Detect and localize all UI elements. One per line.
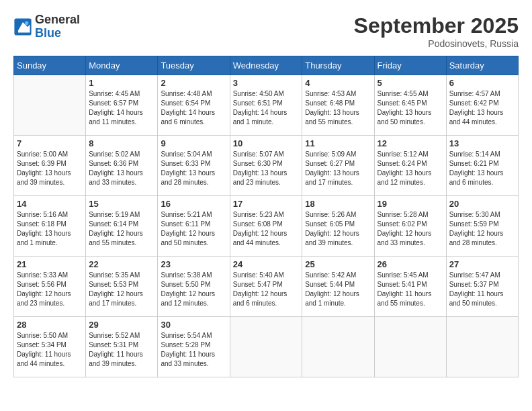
calendar-cell: 14Sunrise: 5:16 AM Sunset: 6:18 PM Dayli… xyxy=(14,196,86,257)
cell-info: Sunrise: 5:28 AM Sunset: 6:02 PM Dayligh… xyxy=(378,210,443,248)
cell-info: Sunrise: 5:42 AM Sunset: 5:44 PM Dayligh… xyxy=(305,271,371,308)
weekday-header-sunday: Sunday xyxy=(14,56,86,75)
cell-info: Sunrise: 5:52 AM Sunset: 5:31 PM Dayligh… xyxy=(89,331,154,369)
weekday-header-saturday: Saturday xyxy=(446,56,518,75)
calendar-cell: 9Sunrise: 5:04 AM Sunset: 6:33 PM Daylig… xyxy=(158,136,230,196)
cell-info: Sunrise: 5:14 AM Sunset: 6:21 PM Dayligh… xyxy=(449,150,515,187)
day-number: 4 xyxy=(305,78,371,88)
logo: General Blue xyxy=(13,13,80,40)
cell-info: Sunrise: 5:30 AM Sunset: 5:59 PM Dayligh… xyxy=(449,210,515,248)
day-number: 21 xyxy=(17,259,83,269)
calendar-cell xyxy=(374,317,446,377)
calendar-table: SundayMondayTuesdayWednesdayThursdayFrid… xyxy=(13,56,519,377)
page-header: General Blue September 2025 Podosinovets… xyxy=(13,13,519,49)
cell-info: Sunrise: 5:12 AM Sunset: 6:24 PM Dayligh… xyxy=(378,150,443,187)
cell-info: Sunrise: 5:00 AM Sunset: 6:39 PM Dayligh… xyxy=(17,150,83,187)
calendar-cell: 20Sunrise: 5:30 AM Sunset: 5:59 PM Dayli… xyxy=(446,196,518,257)
svg-point-2 xyxy=(25,21,29,25)
calendar-cell xyxy=(302,317,374,377)
day-number: 10 xyxy=(233,138,300,148)
week-row-4: 21Sunrise: 5:33 AM Sunset: 5:56 PM Dayli… xyxy=(14,257,519,317)
day-number: 6 xyxy=(449,78,515,88)
cell-info: Sunrise: 4:50 AM Sunset: 6:51 PM Dayligh… xyxy=(233,89,300,127)
calendar-cell xyxy=(14,75,86,136)
calendar-cell: 25Sunrise: 5:42 AM Sunset: 5:44 PM Dayli… xyxy=(302,257,374,317)
cell-info: Sunrise: 4:53 AM Sunset: 6:48 PM Dayligh… xyxy=(305,89,371,127)
cell-info: Sunrise: 5:23 AM Sunset: 6:08 PM Dayligh… xyxy=(233,210,300,248)
weekday-header-thursday: Thursday xyxy=(302,56,374,75)
weekday-header-tuesday: Tuesday xyxy=(158,56,230,75)
calendar-cell: 12Sunrise: 5:12 AM Sunset: 6:24 PM Dayli… xyxy=(374,136,446,196)
calendar-cell: 19Sunrise: 5:28 AM Sunset: 6:02 PM Dayli… xyxy=(374,196,446,257)
day-number: 7 xyxy=(17,138,83,148)
calendar-cell: 11Sunrise: 5:09 AM Sunset: 6:27 PM Dayli… xyxy=(302,136,374,196)
cell-info: Sunrise: 4:48 AM Sunset: 6:54 PM Dayligh… xyxy=(161,89,226,127)
cell-info: Sunrise: 5:50 AM Sunset: 5:34 PM Dayligh… xyxy=(17,331,83,369)
logo-general-text: General xyxy=(35,13,80,27)
day-number: 3 xyxy=(233,78,300,88)
logo-blue-text: Blue xyxy=(35,27,80,40)
cell-info: Sunrise: 5:35 AM Sunset: 5:53 PM Dayligh… xyxy=(89,271,154,308)
calendar-cell: 15Sunrise: 5:19 AM Sunset: 6:14 PM Dayli… xyxy=(86,196,158,257)
day-number: 12 xyxy=(378,138,443,148)
week-row-5: 28Sunrise: 5:50 AM Sunset: 5:34 PM Dayli… xyxy=(14,317,519,377)
calendar-cell: 26Sunrise: 5:45 AM Sunset: 5:41 PM Dayli… xyxy=(374,257,446,317)
calendar-cell: 21Sunrise: 5:33 AM Sunset: 5:56 PM Dayli… xyxy=(14,257,86,317)
logo-icon xyxy=(13,17,32,36)
calendar-cell: 13Sunrise: 5:14 AM Sunset: 6:21 PM Dayli… xyxy=(446,136,518,196)
day-number: 16 xyxy=(161,199,226,209)
day-number: 30 xyxy=(161,320,226,330)
calendar-cell: 2Sunrise: 4:48 AM Sunset: 6:54 PM Daylig… xyxy=(158,75,230,136)
week-row-3: 14Sunrise: 5:16 AM Sunset: 6:18 PM Dayli… xyxy=(14,196,519,257)
day-number: 29 xyxy=(89,320,154,330)
calendar-cell: 27Sunrise: 5:47 AM Sunset: 5:37 PM Dayli… xyxy=(446,257,518,317)
cell-info: Sunrise: 5:47 AM Sunset: 5:37 PM Dayligh… xyxy=(449,271,515,308)
cell-info: Sunrise: 5:09 AM Sunset: 6:27 PM Dayligh… xyxy=(305,150,371,187)
day-number: 15 xyxy=(89,199,154,209)
day-number: 18 xyxy=(305,199,371,209)
cell-info: Sunrise: 5:07 AM Sunset: 6:30 PM Dayligh… xyxy=(233,150,300,187)
cell-info: Sunrise: 4:55 AM Sunset: 6:45 PM Dayligh… xyxy=(378,89,443,127)
calendar-cell: 17Sunrise: 5:23 AM Sunset: 6:08 PM Dayli… xyxy=(230,196,302,257)
cell-info: Sunrise: 4:45 AM Sunset: 6:57 PM Dayligh… xyxy=(89,89,154,127)
calendar-cell: 22Sunrise: 5:35 AM Sunset: 5:53 PM Dayli… xyxy=(86,257,158,317)
calendar-cell: 28Sunrise: 5:50 AM Sunset: 5:34 PM Dayli… xyxy=(14,317,86,377)
day-number: 24 xyxy=(233,259,300,269)
cell-info: Sunrise: 5:21 AM Sunset: 6:11 PM Dayligh… xyxy=(161,210,226,248)
day-number: 20 xyxy=(449,199,515,209)
day-number: 11 xyxy=(305,138,371,148)
calendar-cell: 5Sunrise: 4:55 AM Sunset: 6:45 PM Daylig… xyxy=(374,75,446,136)
day-number: 28 xyxy=(17,320,83,330)
day-number: 27 xyxy=(449,259,515,269)
cell-info: Sunrise: 5:40 AM Sunset: 5:47 PM Dayligh… xyxy=(233,271,300,308)
cell-info: Sunrise: 5:38 AM Sunset: 5:50 PM Dayligh… xyxy=(161,271,226,308)
calendar-cell: 7Sunrise: 5:00 AM Sunset: 6:39 PM Daylig… xyxy=(14,136,86,196)
cell-info: Sunrise: 5:02 AM Sunset: 6:36 PM Dayligh… xyxy=(89,150,154,187)
calendar-cell: 10Sunrise: 5:07 AM Sunset: 6:30 PM Dayli… xyxy=(230,136,302,196)
cell-info: Sunrise: 4:57 AM Sunset: 6:42 PM Dayligh… xyxy=(449,89,515,127)
calendar-cell: 24Sunrise: 5:40 AM Sunset: 5:47 PM Dayli… xyxy=(230,257,302,317)
week-row-1: 1Sunrise: 4:45 AM Sunset: 6:57 PM Daylig… xyxy=(14,75,519,136)
cell-info: Sunrise: 5:33 AM Sunset: 5:56 PM Dayligh… xyxy=(17,271,83,308)
calendar-cell: 6Sunrise: 4:57 AM Sunset: 6:42 PM Daylig… xyxy=(446,75,518,136)
day-number: 8 xyxy=(89,138,154,148)
calendar-cell: 16Sunrise: 5:21 AM Sunset: 6:11 PM Dayli… xyxy=(158,196,230,257)
day-number: 17 xyxy=(233,199,300,209)
day-number: 1 xyxy=(89,78,154,88)
weekday-header-wednesday: Wednesday xyxy=(230,56,302,75)
cell-info: Sunrise: 5:04 AM Sunset: 6:33 PM Dayligh… xyxy=(161,150,226,187)
calendar-cell: 3Sunrise: 4:50 AM Sunset: 6:51 PM Daylig… xyxy=(230,75,302,136)
day-number: 5 xyxy=(378,78,443,88)
calendar-cell: 1Sunrise: 4:45 AM Sunset: 6:57 PM Daylig… xyxy=(86,75,158,136)
location-text: Podosinovets, Russia xyxy=(354,38,519,49)
calendar-cell xyxy=(446,317,518,377)
title-block: September 2025 Podosinovets, Russia xyxy=(354,13,519,49)
day-number: 13 xyxy=(449,138,515,148)
calendar-cell: 18Sunrise: 5:26 AM Sunset: 6:05 PM Dayli… xyxy=(302,196,374,257)
weekday-header-monday: Monday xyxy=(86,56,158,75)
weekday-header-friday: Friday xyxy=(374,56,446,75)
day-number: 22 xyxy=(89,259,154,269)
calendar-cell: 23Sunrise: 5:38 AM Sunset: 5:50 PM Dayli… xyxy=(158,257,230,317)
calendar-cell: 30Sunrise: 5:54 AM Sunset: 5:28 PM Dayli… xyxy=(158,317,230,377)
cell-info: Sunrise: 5:26 AM Sunset: 6:05 PM Dayligh… xyxy=(305,210,371,248)
